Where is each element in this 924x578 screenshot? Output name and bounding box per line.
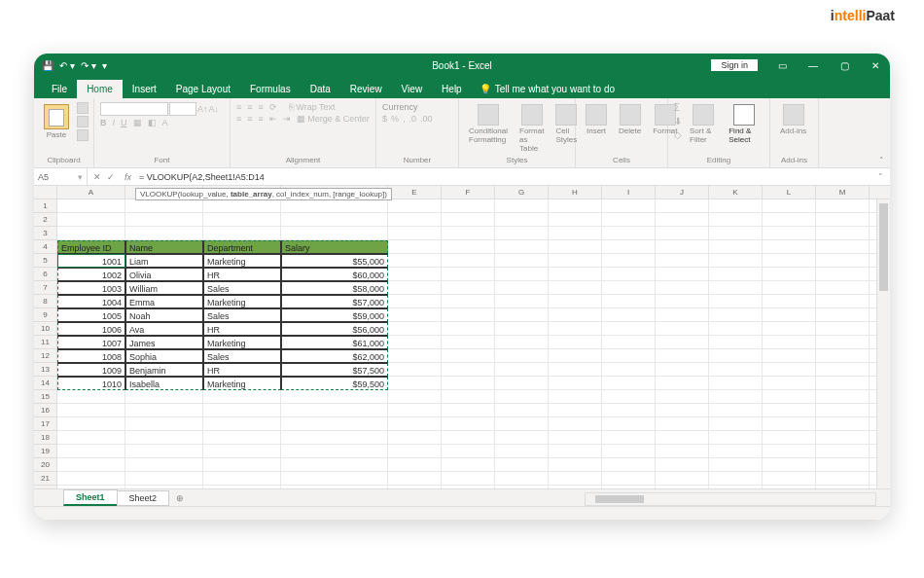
cell[interactable]: $58,000: [281, 281, 388, 295]
cell[interactable]: 1002: [57, 268, 125, 281]
tab-review[interactable]: Review: [340, 80, 392, 98]
orientation-icon[interactable]: ⟳: [269, 102, 277, 112]
cell[interactable]: [602, 199, 656, 213]
cell[interactable]: [709, 349, 763, 363]
spreadsheet-grid[interactable]: ABCDEFGHIJKLMNOP1234Employee IDNameDepar…: [34, 186, 890, 488]
cell[interactable]: [203, 486, 281, 488]
cell[interactable]: [281, 213, 388, 227]
row-header[interactable]: 17: [34, 417, 57, 431]
italic-button[interactable]: I: [113, 118, 116, 127]
addins-button[interactable]: Add-ins: [776, 102, 810, 137]
cell[interactable]: [709, 458, 763, 472]
merge-center-button[interactable]: ▦ Merge & Center: [297, 114, 370, 124]
cell[interactable]: [281, 417, 388, 431]
ribbon-options-icon[interactable]: ▭: [767, 54, 797, 77]
cell[interactable]: [281, 199, 388, 213]
enter-formula-icon[interactable]: ✓: [107, 172, 115, 182]
cell[interactable]: [388, 431, 442, 445]
cell[interactable]: [388, 336, 442, 349]
cell[interactable]: [57, 213, 125, 227]
cell[interactable]: [763, 281, 816, 295]
cell[interactable]: [602, 472, 656, 486]
cell[interactable]: [709, 199, 763, 213]
cell[interactable]: [763, 349, 816, 363]
cell[interactable]: [709, 268, 763, 281]
cell[interactable]: Marketing: [203, 254, 281, 268]
cell[interactable]: [388, 227, 442, 240]
cell[interactable]: [57, 486, 125, 488]
cell[interactable]: [549, 254, 602, 268]
cell[interactable]: [388, 308, 442, 322]
cell[interactable]: [442, 472, 495, 486]
cell[interactable]: [602, 227, 656, 240]
tell-me-search[interactable]: 💡 Tell me what you want to do: [472, 80, 622, 98]
cell[interactable]: Noah: [125, 308, 203, 322]
cell[interactable]: [816, 486, 870, 488]
cell[interactable]: [442, 486, 495, 488]
cell[interactable]: [495, 417, 549, 431]
increase-indent-icon[interactable]: ⇥: [283, 114, 291, 124]
cell[interactable]: [388, 199, 442, 213]
cell[interactable]: [442, 308, 495, 322]
cell[interactable]: [549, 363, 602, 377]
cell[interactable]: [549, 486, 602, 488]
cell[interactable]: [442, 322, 495, 336]
decrease-font-icon[interactable]: A↓: [209, 104, 220, 114]
cell[interactable]: [125, 445, 203, 458]
cell[interactable]: [763, 336, 816, 349]
tab-data[interactable]: Data: [301, 80, 340, 98]
cell[interactable]: [549, 308, 602, 322]
cell[interactable]: [495, 227, 549, 240]
comma-icon[interactable]: ,: [403, 114, 406, 124]
cell[interactable]: [495, 431, 549, 445]
cell[interactable]: [388, 377, 442, 390]
cell[interactable]: [656, 458, 709, 472]
cell[interactable]: [57, 199, 125, 213]
cell[interactable]: [495, 336, 549, 349]
cell[interactable]: Name: [125, 240, 203, 254]
cell[interactable]: [495, 254, 549, 268]
cell[interactable]: Sales: [203, 349, 281, 363]
cell[interactable]: 1004: [57, 295, 125, 308]
cell[interactable]: Marketing: [203, 377, 281, 390]
cell[interactable]: [495, 458, 549, 472]
cell[interactable]: [763, 268, 816, 281]
cell[interactable]: [816, 268, 870, 281]
cell[interactable]: [57, 417, 125, 431]
cell[interactable]: [495, 322, 549, 336]
cell[interactable]: Employee ID: [57, 240, 125, 254]
cell[interactable]: [816, 390, 870, 404]
cell[interactable]: [656, 472, 709, 486]
align-right-icon[interactable]: ≡: [259, 114, 264, 124]
tab-insert[interactable]: Insert: [123, 80, 166, 98]
cell[interactable]: [549, 240, 602, 254]
cell[interactable]: [495, 486, 549, 488]
sort-filter-button[interactable]: Sort & Filter: [686, 102, 721, 146]
align-center-icon[interactable]: ≡: [247, 114, 252, 124]
cell[interactable]: Isabella: [125, 377, 203, 390]
fill-color-icon[interactable]: ◧: [148, 118, 157, 127]
cell[interactable]: [763, 445, 816, 458]
name-box[interactable]: A5▾: [34, 168, 88, 185]
cell[interactable]: [495, 295, 549, 308]
expand-formula-bar-icon[interactable]: ˅: [871, 172, 890, 182]
cell[interactable]: [495, 472, 549, 486]
decrease-decimal-icon[interactable]: .00: [420, 114, 433, 124]
cell[interactable]: [388, 268, 442, 281]
cell[interactable]: [442, 417, 495, 431]
cell[interactable]: [388, 486, 442, 488]
conditional-formatting-button[interactable]: Conditional Formatting: [465, 102, 512, 146]
cell[interactable]: [602, 431, 656, 445]
cell[interactable]: [656, 199, 709, 213]
cell[interactable]: 1001: [57, 254, 125, 268]
redo-icon[interactable]: ↷ ▾: [81, 60, 96, 71]
format-as-table-button[interactable]: Format as Table: [515, 102, 548, 155]
cell[interactable]: [388, 390, 442, 404]
cell[interactable]: [602, 445, 656, 458]
cell[interactable]: Marketing: [203, 336, 281, 349]
cell[interactable]: $55,000: [281, 254, 388, 268]
fill-icon[interactable]: ⬇: [674, 116, 682, 126]
row-header[interactable]: 22: [34, 486, 57, 488]
column-header[interactable]: G: [495, 186, 549, 199]
cell[interactable]: [57, 458, 125, 472]
